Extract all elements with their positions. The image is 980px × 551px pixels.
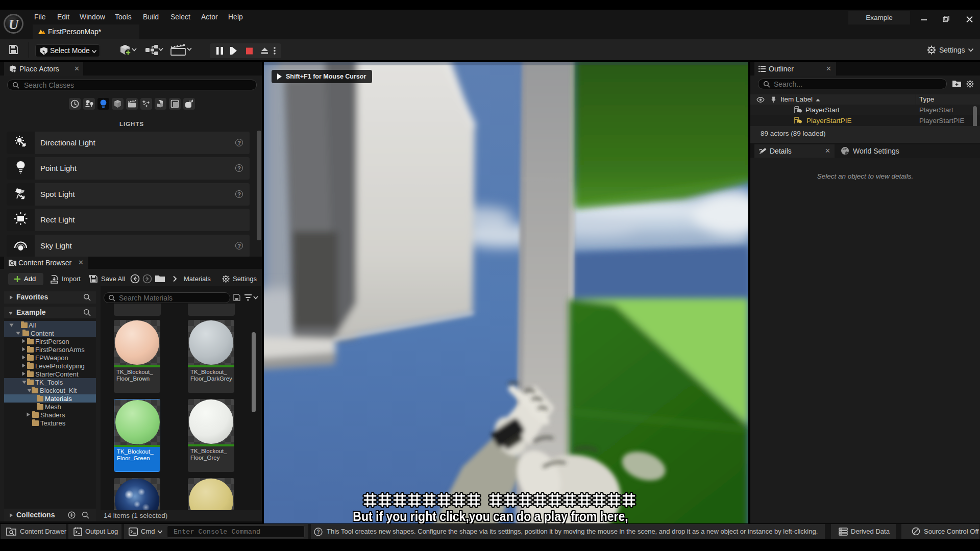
- svg-text:?: ?: [316, 529, 320, 535]
